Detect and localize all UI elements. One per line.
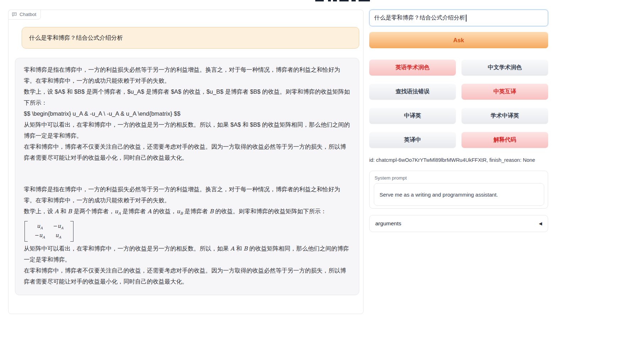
quick-button-7[interactable]: 英译中 [369,132,456,148]
system-prompt-group: System prompt Serve me as a writing and … [369,171,548,209]
accordion-collapsed-icon: ◀ [539,221,542,226]
math-var: uA [55,230,61,243]
bot-message-bubble: 零和博弈是指在博弈中，一方的利益损失必然等于另一方的利益增益。换言之，对于每一种… [15,58,359,295]
math-var: B [68,208,72,215]
bot-paragraph-math-intro: 数学上，设 A 和 B 是两个博弈者，uA 是博弈者 A 的收益，uB 是博弈者… [24,206,350,219]
quick-buttons-grid: 英语学术润色中文学术润色查找语法错误中英互译中译英学术中译英英译中解释代码 [369,60,548,148]
text-cursor [466,15,466,22]
system-prompt-input[interactable]: Serve me as a writing and programming as… [374,183,544,206]
arguments-accordion-label: arguments [375,220,401,227]
question-input[interactable]: 什么是零和博弈？结合公式介绍分析 [369,10,548,26]
math-var: A [230,245,234,252]
question-input-value: 什么是零和博弈？结合公式介绍分析 [374,14,465,22]
payoff-matrix: uA−uA−uAuA [24,221,73,242]
quick-button-1[interactable]: 英语学术润色 [369,60,456,76]
math-var: A [55,208,59,215]
matrix-cells: uA−uA−uAuA [28,221,70,242]
bot-paragraph-4: 在零和博弈中，博弈者不仅要关注自己的收益，还需要考虑对手的收益。因为一方取得的收… [24,265,350,287]
user-message-bubble: 什么是零和博弈？结合公式介绍分析 [22,27,359,49]
block-gap [24,163,350,184]
matrix-right-bracket [70,221,73,242]
math-var: −uA [35,230,45,243]
clipped-title-fragment [315,0,376,2]
matrix-left-bracket [24,221,28,242]
status-line: id: chatcmpl-6wOo7KrYTwMl89lbrMWRu4UkFFX… [369,157,548,163]
arguments-accordion[interactable]: arguments ◀ [369,215,548,232]
math-var: B [244,245,248,252]
system-prompt-label: System prompt [375,175,544,181]
chatbot-panel: Chatbot 什么是零和博弈？结合公式介绍分析 零和博弈是指在博弈中，一方的利… [8,10,364,314]
quick-button-3[interactable]: 查找语法错误 [369,84,456,100]
bot-paragraph-1: 零和博弈是指在博弈中，一方的利益损失必然等于另一方的利益增益。换言之，对于每一种… [24,184,350,206]
user-message-text: 什么是零和博弈？结合公式介绍分析 [29,34,123,41]
ask-button[interactable]: Ask [369,32,548,48]
math-var: A [147,208,151,215]
system-prompt-value: Serve me as a writing and programming as… [380,192,498,198]
chatbot-label-tab: Chatbot [8,10,41,20]
bot-paragraph-3: 从矩阵中可以看出，在零和博弈中，一方的收益是另一方的相反数。所以，如果 A 和 … [24,243,350,265]
math-var: B [209,208,214,215]
bot-raw-latex-block: 零和博弈是指在博弈中，一方的利益损失必然等于另一方的利益增益。换言之，对于每一种… [24,64,350,163]
chatbot-label: Chatbot [20,12,36,17]
quick-button-6[interactable]: 学术中译英 [462,108,548,124]
quick-button-4[interactable]: 中英互译 [462,84,548,100]
math-var: uB [176,208,183,215]
chat-message-list[interactable]: 什么是零和博弈？结合公式介绍分析 零和博弈是指在博弈中，一方的利益损失必然等于另… [9,19,363,314]
math-var: uA [115,208,121,215]
quick-button-2[interactable]: 中文学术润色 [462,60,548,76]
control-column: 什么是零和博弈？结合公式介绍分析 Ask 英语学术润色中文学术润色查找语法错误中… [369,10,548,232]
chat-bubble-icon [12,12,17,17]
quick-button-5[interactable]: 中译英 [369,108,456,124]
quick-button-8[interactable]: 解释代码 [462,132,548,148]
